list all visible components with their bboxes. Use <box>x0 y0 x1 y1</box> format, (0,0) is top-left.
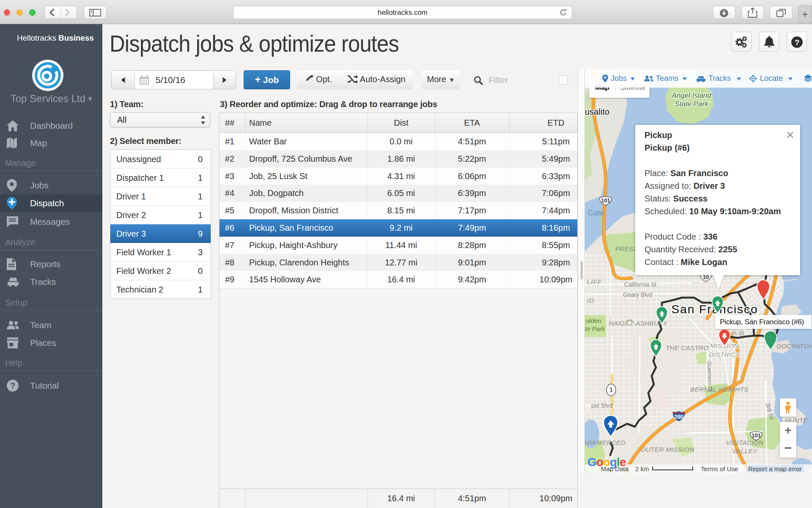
svg-text:Geary Blvd: Geary Blvd <box>623 291 652 298</box>
svg-text:usalito: usalito <box>585 107 609 116</box>
svg-text:Guerrero St: Guerrero St <box>706 361 714 392</box>
svg-text:THE CASTRO: THE CASTRO <box>666 344 709 351</box>
svg-text:101: 101 <box>752 432 761 439</box>
svg-text:DOGPATCH: DOGPATCH <box>777 342 812 350</box>
svg-text:1: 1 <box>609 387 612 393</box>
svg-text:California St: California St <box>624 281 656 288</box>
svg-text:ID: ID <box>587 297 594 304</box>
svg-text:?: ? <box>10 381 15 390</box>
svg-text:LIFF: LIFF <box>587 278 602 285</box>
svg-text:pat Blvd: pat Blvd <box>591 402 613 409</box>
svg-text:te Park: te Park <box>585 325 606 332</box>
svg-text:DISTRICT: DISTRICT <box>709 351 741 358</box>
svg-text:?: ? <box>794 38 799 47</box>
svg-text:OUTER MISSION: OUTER MISSION <box>641 446 694 453</box>
svg-text:VISITACION: VISITACION <box>726 439 764 446</box>
svg-text:101: 101 <box>601 197 610 204</box>
svg-text:Gate: Gate <box>587 209 604 217</box>
svg-text:HAIGHT-ASHBURY: HAIGHT-ASHBURY <box>609 320 668 327</box>
svg-text:olden: olden <box>586 317 601 324</box>
svg-text:BERNAL HEIGHTS: BERNAL HEIGHTS <box>690 386 749 393</box>
svg-text:PARKMERCED: PARKMERCED <box>585 439 625 446</box>
svg-text:280: 280 <box>674 414 683 420</box>
svg-text:VALLEY: VALLEY <box>732 447 757 455</box>
svg-text:State Park: State Park <box>675 100 709 108</box>
svg-text:th St: th St <box>732 330 744 337</box>
svg-text:Angel Island: Angel Island <box>671 91 711 99</box>
